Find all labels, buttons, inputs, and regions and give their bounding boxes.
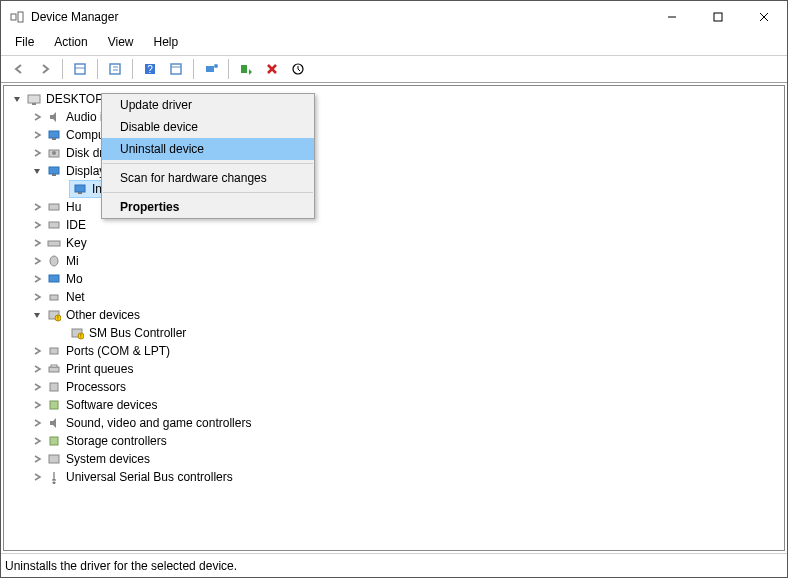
chevron-right-icon[interactable] [30, 290, 44, 304]
properties-button[interactable] [103, 58, 127, 80]
menu-view[interactable]: View [98, 33, 144, 55]
svg-text:!: ! [57, 315, 58, 321]
update-button[interactable] [286, 58, 310, 80]
tree-item-usb[interactable]: Universal Serial Bus controllers [6, 468, 782, 486]
menu-help[interactable]: Help [144, 33, 189, 55]
tree-label: System devices [66, 452, 150, 466]
tree-item-network[interactable]: Net [6, 288, 782, 306]
back-button[interactable] [7, 58, 31, 80]
chevron-right-icon[interactable] [30, 272, 44, 286]
ide-icon [46, 217, 62, 233]
tree-label: SM Bus Controller [89, 326, 186, 340]
tree-label: Key [66, 236, 87, 250]
toolbar-separator [228, 59, 229, 79]
tree-label: Processors [66, 380, 126, 394]
svg-text:!: ! [80, 333, 81, 339]
tree-label: Hu [66, 200, 81, 214]
tree-item-processors[interactable]: Processors [6, 378, 782, 396]
svg-rect-15 [206, 66, 214, 72]
context-separator [103, 192, 313, 193]
tree-label: Other devices [66, 308, 140, 322]
tree-item-printq[interactable]: Print queues [6, 360, 782, 378]
chevron-down-icon[interactable] [10, 92, 24, 106]
chevron-right-icon[interactable] [30, 254, 44, 268]
tree-item-other[interactable]: ! Other devices [6, 306, 782, 324]
scan-hardware-button[interactable] [199, 58, 223, 80]
menu-file[interactable]: File [5, 33, 44, 55]
svg-rect-8 [110, 64, 120, 74]
svg-rect-1 [18, 12, 23, 22]
chevron-right-icon[interactable] [30, 218, 44, 232]
chevron-right-icon[interactable] [30, 362, 44, 376]
svg-rect-31 [48, 241, 60, 246]
window-controls [649, 2, 787, 32]
tree-label: Net [66, 290, 85, 304]
disk-icon [46, 145, 62, 161]
chevron-right-icon[interactable] [30, 470, 44, 484]
network-icon [46, 289, 62, 305]
uninstall-button[interactable] [260, 58, 284, 80]
chevron-right-icon[interactable] [30, 200, 44, 214]
chevron-right-icon[interactable] [30, 380, 44, 394]
close-button[interactable] [741, 2, 787, 32]
tree-item-monitors[interactable]: Mo [6, 270, 782, 288]
tree-item-sound[interactable]: Sound, video and game controllers [6, 414, 782, 432]
context-disable-device[interactable]: Disable device [102, 116, 314, 138]
maximize-button[interactable] [695, 2, 741, 32]
svg-rect-45 [50, 401, 58, 409]
chevron-right-icon[interactable] [30, 128, 44, 142]
chevron-right-icon[interactable] [30, 344, 44, 358]
context-scan-hardware[interactable]: Scan for hardware changes [102, 167, 314, 189]
software-icon [46, 397, 62, 413]
context-update-driver[interactable]: Update driver [102, 94, 314, 116]
tree-item-mice[interactable]: Mi [6, 252, 782, 270]
svg-rect-20 [32, 103, 36, 105]
tree-item-storage[interactable]: Storage controllers [6, 432, 782, 450]
warning-device-icon: ! [69, 325, 85, 341]
chevron-down-icon[interactable] [30, 308, 44, 322]
svg-rect-26 [52, 174, 56, 176]
chevron-down-icon[interactable] [30, 164, 44, 178]
context-uninstall-device[interactable]: Uninstall device [102, 138, 314, 160]
device-tree[interactable]: DESKTOP-CO198S3 Audio inputs and outputs… [3, 85, 785, 551]
svg-rect-27 [75, 185, 85, 192]
menu-action[interactable]: Action [44, 33, 97, 55]
toolbar-separator [97, 59, 98, 79]
svg-rect-19 [28, 95, 40, 103]
svg-point-24 [52, 151, 56, 155]
tree-item-system[interactable]: System devices [6, 450, 782, 468]
forward-button[interactable] [33, 58, 57, 80]
tree-item-other-child[interactable]: ! SM Bus Controller [6, 324, 782, 342]
svg-rect-33 [49, 275, 59, 282]
svg-rect-46 [50, 437, 58, 445]
context-properties[interactable]: Properties [102, 196, 314, 218]
tree-item-ports[interactable]: Ports (COM & LPT) [6, 342, 782, 360]
chevron-right-icon[interactable] [30, 110, 44, 124]
tree-item-keyboards[interactable]: Key [6, 234, 782, 252]
svg-rect-44 [50, 383, 58, 391]
minimize-button[interactable] [649, 2, 695, 32]
help-button[interactable]: ? [138, 58, 162, 80]
enable-button[interactable] [234, 58, 258, 80]
svg-rect-29 [49, 204, 59, 210]
tree-item-software[interactable]: Software devices [6, 396, 782, 414]
monitor-icon [46, 271, 62, 287]
chevron-right-icon[interactable] [30, 146, 44, 160]
svg-rect-3 [714, 13, 722, 21]
keyboard-icon [46, 235, 62, 251]
tree-label: Ports (COM & LPT) [66, 344, 170, 358]
svg-rect-43 [51, 365, 57, 367]
svg-rect-47 [49, 455, 59, 463]
chevron-right-icon[interactable] [30, 434, 44, 448]
show-hidden-button[interactable] [68, 58, 92, 80]
svg-rect-17 [241, 65, 247, 73]
storage-icon [46, 433, 62, 449]
chevron-right-icon[interactable] [30, 416, 44, 430]
system-icon [46, 451, 62, 467]
chevron-right-icon[interactable] [30, 452, 44, 466]
action-button[interactable] [164, 58, 188, 80]
monitor-icon [46, 127, 62, 143]
chevron-right-icon[interactable] [30, 398, 44, 412]
toolbar-separator [62, 59, 63, 79]
chevron-right-icon[interactable] [30, 236, 44, 250]
